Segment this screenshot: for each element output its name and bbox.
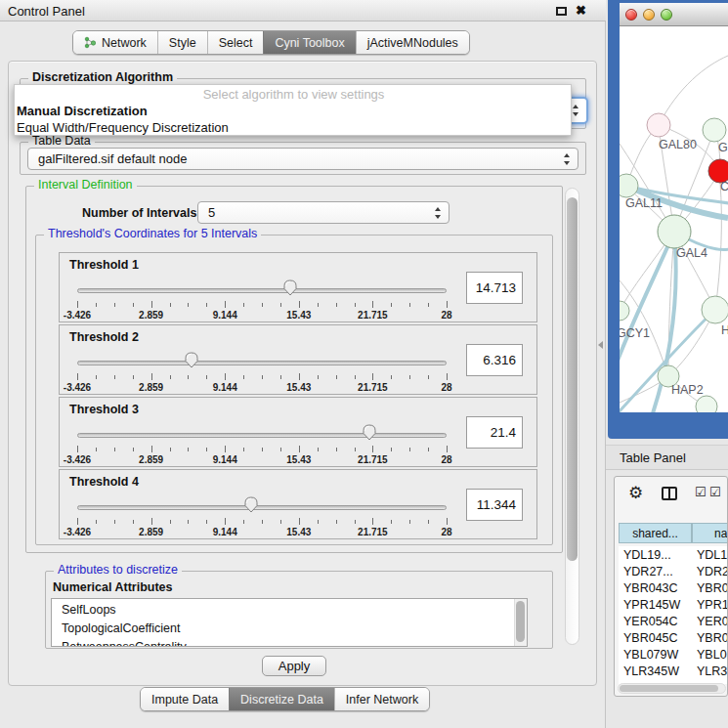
close-icon[interactable]: ✖ — [576, 3, 586, 18]
table-cell: YDR27... — [619, 565, 693, 578]
tick-label: 9.144 — [213, 454, 237, 465]
threshold-value-field[interactable]: 6.316 — [466, 344, 523, 376]
network-node[interactable] — [647, 113, 670, 137]
tick-mark — [114, 303, 115, 307]
tab-jactivemnodules[interactable]: jActiveMNodules — [356, 31, 469, 54]
float-panel-icon[interactable] — [556, 7, 567, 16]
threshold-slider[interactable]: -3.4262.8599.14415.4321.71528 — [77, 347, 447, 392]
minimize-traffic-light-icon[interactable] — [643, 9, 655, 21]
table-cell: YBR045C — [619, 631, 693, 645]
algorithm-option[interactable]: Manual Discretization — [15, 103, 571, 119]
column-layout-icon[interactable] — [662, 487, 677, 500]
attribute-item[interactable]: SelfLoops — [62, 601, 527, 620]
column-header[interactable]: shared... — [619, 523, 692, 543]
table-hscrollbar-thumb[interactable] — [620, 685, 718, 692]
tick-mark — [280, 448, 281, 451]
close-traffic-light-icon[interactable] — [625, 9, 637, 21]
slider-track[interactable] — [77, 433, 447, 438]
threshold-slider[interactable]: -3.4262.8599.14415.4321.71528 — [77, 492, 447, 536]
threshold-slider[interactable]: -3.4262.8599.14415.4321.71528 — [77, 419, 447, 464]
table-data-combobox[interactable]: galFiltered.sif default node — [27, 148, 578, 170]
tab-style[interactable]: Style — [157, 31, 207, 54]
slider-ticks — [77, 446, 447, 452]
tab-network[interactable]: Network — [73, 31, 157, 54]
tick-mark — [318, 520, 319, 524]
slider-handle[interactable] — [283, 279, 298, 296]
checkbox-icon[interactable]: ☑ — [709, 485, 721, 499]
tab-cyni-toolbox[interactable]: Cyni Toolbox — [263, 31, 355, 54]
main-scrollbar-thumb[interactable] — [567, 197, 578, 561]
tick-mark — [428, 303, 429, 307]
tab-label: Select — [219, 36, 253, 50]
tick-label: 21.715 — [358, 382, 388, 393]
table-cell: YBR0 — [693, 631, 728, 645]
tick-mark — [280, 520, 281, 524]
attributes-scrollbar-thumb[interactable] — [516, 601, 525, 642]
tick-label: 2.859 — [139, 527, 163, 537]
group-title: Threshold's Coordinates for 5 Intervals — [44, 227, 261, 240]
network-node[interactable] — [620, 174, 638, 197]
slider-handle[interactable] — [185, 352, 199, 368]
network-node[interactable] — [658, 215, 691, 248]
slider-thumb-icon — [283, 279, 298, 296]
slider-handle[interactable] — [362, 424, 376, 441]
algorithm-option[interactable]: Equal Width/Frequency Discretization — [15, 119, 571, 136]
attribute-item[interactable]: BetweennessCentrality — [62, 638, 527, 647]
tick-mark — [151, 518, 152, 525]
tick-mark — [447, 373, 448, 380]
tab-infer-network[interactable]: Infer Network — [334, 688, 429, 710]
tick-mark — [391, 520, 392, 524]
tab-select[interactable]: Select — [207, 31, 264, 54]
apply-button[interactable]: Apply — [262, 656, 326, 676]
splitter-arrow-icon[interactable] — [598, 341, 603, 349]
threshold-value-field[interactable]: 11.344 — [466, 489, 523, 521]
number-of-intervals-combobox[interactable]: 5 — [197, 201, 450, 224]
network-window-titlebar[interactable] — [620, 3, 728, 26]
tick-label: 9.144 — [213, 527, 237, 537]
table-row[interactable]: YBR045CYBR0 — [619, 629, 728, 646]
slider-track[interactable] — [77, 361, 447, 365]
table-row[interactable]: YLR345WYLR3 — [619, 663, 728, 679]
table-row[interactable]: YDL19...YDL1 — [619, 546, 728, 563]
tick-mark — [391, 303, 392, 307]
slider-track[interactable] — [77, 505, 447, 510]
attribute-item[interactable]: TopologicalCoefficient — [62, 620, 527, 638]
checkbox-icon[interactable]: ☑ — [695, 485, 707, 499]
table-row[interactable]: YPR145WYPR1 — [619, 596, 728, 613]
table-cell: YLR3 — [693, 664, 727, 678]
table-row[interactable]: YER054CYER0 — [619, 613, 728, 629]
network-node[interactable] — [696, 396, 717, 412]
tick-label: 15.43 — [286, 310, 311, 321]
slider-track[interactable] — [77, 288, 447, 293]
tick-mark — [243, 303, 244, 307]
tick-mark — [133, 303, 134, 307]
threshold-slider[interactable]: -3.4262.8599.14415.4321.71528 — [77, 275, 447, 320]
group-title: Discretization Algorithm — [28, 70, 177, 84]
network-canvas[interactable]: GAL80GCGAL11GAL4GCY1HHAP2 — [620, 26, 728, 412]
network-node[interactable] — [703, 118, 726, 142]
tick-mark — [447, 518, 448, 525]
tick-label: 2.859 — [139, 454, 163, 465]
tick-mark — [77, 518, 78, 525]
network-node[interactable] — [702, 296, 728, 323]
network-node[interactable] — [620, 301, 629, 321]
gear-icon[interactable]: ⚙ — [628, 483, 643, 503]
tab-label: Infer Network — [346, 693, 418, 707]
network-graph: GAL80GCGAL11GAL4GCY1HHAP2 — [620, 26, 728, 412]
tick-mark — [262, 375, 263, 379]
slider-handle[interactable] — [243, 496, 258, 513]
tab-impute-data[interactable]: Impute Data — [141, 688, 229, 710]
table-row[interactable]: YDR27...YDR2 — [619, 563, 728, 579]
threshold-value-field[interactable]: 14.713 — [466, 272, 523, 304]
threshold-value-field[interactable]: 21.4 — [466, 416, 523, 449]
slider-thumb-icon — [362, 424, 376, 441]
table-row[interactable]: YBL079WYBL0 — [619, 646, 728, 663]
numerical-attributes-label: Numerical Attributes — [53, 580, 172, 594]
table-row[interactable]: YBR043CYBR0 — [619, 579, 728, 596]
tab-discretize-data[interactable]: Discretize Data — [229, 688, 334, 710]
zoom-traffic-light-icon[interactable] — [661, 9, 672, 21]
network-edge[interactable] — [659, 56, 728, 125]
attributes-list[interactable]: SelfLoopsTopologicalCoefficientBetweenne… — [51, 598, 528, 647]
algorithm-option[interactable]: Select algorithm to view settings — [15, 86, 571, 103]
column-header[interactable]: name — [692, 523, 728, 543]
